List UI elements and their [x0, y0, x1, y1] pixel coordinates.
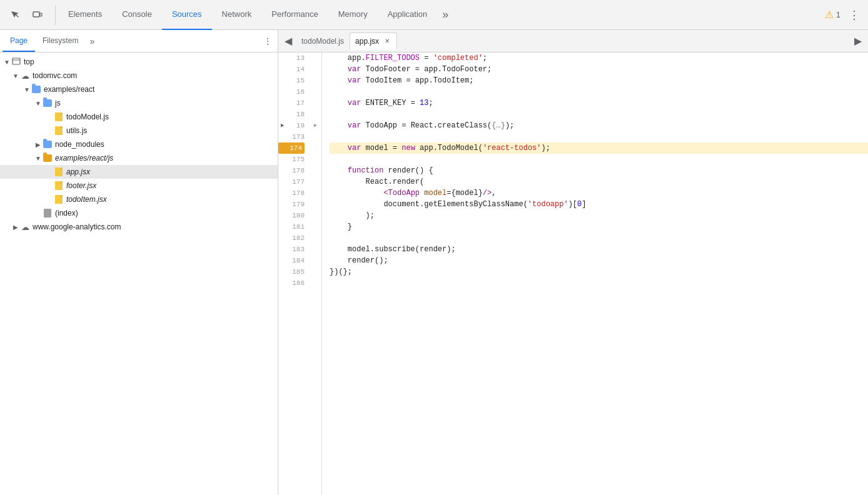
tree-label-app-jsx: app.jsx [66, 168, 90, 176]
code-line-18 [330, 109, 868, 120]
devtools-toolbar: Elements Console Sources Network Perform… [0, 0, 868, 30]
tree-label-footer-jsx: footer.jsx [66, 181, 96, 190]
tree-item-google-analytics[interactable]: ▶ ☁ www.google-analytics.com [0, 220, 278, 234]
inspect-element-button[interactable] [5, 5, 25, 25]
tree-item-index[interactable]: (index) [0, 206, 278, 220]
line-num-17: 17 [278, 98, 305, 109]
file-icon-index [43, 208, 53, 218]
code-content: app.FILTER_TODOS = 'completed'; var Todo… [322, 52, 868, 495]
code-line-16 [330, 86, 868, 98]
warning-badge[interactable]: ⚠ 1 [825, 9, 840, 21]
tree-item-examples-react-js[interactable]: ▼ examples/react/js [0, 151, 278, 165]
line-num-182: 182 [278, 232, 305, 244]
panel-action-button[interactable]: ⋮ [260, 34, 275, 49]
tree-label-index: (index) [55, 209, 78, 218]
tree-item-app-jsx[interactable]: app.jsx [0, 165, 278, 179]
line-num-184: 184 [278, 255, 305, 266]
tab-page[interactable]: Page [3, 30, 35, 52]
code-line-176: function render() { [330, 165, 868, 176]
tree-item-todoitem-jsx[interactable]: todoItem.jsx [0, 192, 278, 206]
editor-tab-app-jsx[interactable]: app.jsx ✕ [350, 32, 397, 50]
code-line-175 [330, 154, 868, 165]
tab-elements[interactable]: Elements [58, 0, 112, 30]
toolbar-right: ⚠ 1 ⋮ [825, 6, 863, 24]
file-icon-footer-jsx [54, 181, 64, 191]
tree-item-node-modules[interactable]: ▶ node_modules [0, 138, 278, 151]
tree-label-google: www.google-analytics.com [33, 222, 121, 231]
tab-network[interactable]: Network [212, 0, 262, 30]
tab-memory[interactable]: Memory [328, 0, 378, 30]
line-num-178: 178 [278, 188, 305, 199]
code-line-173 [330, 131, 868, 142]
tree-arrow-js: ▼ [34, 100, 43, 107]
tree-item-todomvc[interactable]: ▼ ☁ todomvc.com [0, 69, 278, 82]
tree-arrow-examples-react-js: ▼ [34, 155, 43, 162]
line-num-181: 181 [278, 221, 305, 232]
code-line-180: ); [330, 210, 868, 221]
tree-item-todomodel[interactable]: todoModel.js [0, 110, 278, 124]
line-num-173: 173 [278, 131, 305, 142]
line-num-179: 179 [278, 199, 305, 210]
close-tab-button[interactable]: ✕ [383, 37, 391, 46]
tab-console[interactable]: Console [112, 0, 162, 30]
left-panel: Page Filesystem » ⋮ ▼ [0, 30, 278, 495]
folder-icon-examples-react-js [43, 153, 53, 163]
line-num-183: 183 [278, 244, 305, 255]
line-num-174: 174 [278, 142, 305, 154]
panel-tabs: Page Filesystem » ⋮ [0, 30, 278, 52]
more-panel-tabs[interactable]: » [86, 36, 98, 46]
tree-label-utils: utils.js [66, 126, 87, 135]
gutter: ▶ [310, 52, 322, 495]
tree-item-utils[interactable]: utils.js [0, 124, 278, 138]
tree-label-todomvc: todomvc.com [33, 71, 77, 80]
folder-icon-js [43, 98, 53, 108]
tree-item-js[interactable]: ▼ js [0, 96, 278, 110]
line-num-14: 14 [278, 64, 305, 75]
tree-label-todomodel: todoModel.js [66, 112, 109, 121]
svg-rect-2 [13, 58, 20, 64]
tab-application[interactable]: Application [378, 0, 438, 30]
code-line-182 [330, 232, 868, 244]
right-panel: ◀ todoModel.js app.jsx ✕ ▶ 13 14 15 16 1… [278, 30, 868, 495]
tree-label-todoitem-jsx: todoItem.jsx [66, 195, 107, 204]
line-num-177: 177 [278, 176, 305, 188]
toggle-device-button[interactable] [28, 5, 48, 25]
collapse-left-button[interactable]: ◀ [281, 34, 296, 49]
tree-item-top[interactable]: ▼ top [0, 55, 278, 69]
toolbar-icons [5, 5, 56, 25]
tab-sources[interactable]: Sources [162, 0, 212, 30]
line-num-186: 186 [278, 278, 305, 289]
more-options-button[interactable]: ⋮ [845, 6, 863, 24]
folder-icon-examples [31, 84, 41, 94]
line-num-13: 13 [278, 52, 305, 64]
code-line-17: var ENTER_KEY = 13; [330, 98, 868, 109]
svg-rect-0 [33, 12, 39, 17]
code-line-14: var TodoFooter = app.TodoFooter; [330, 64, 868, 75]
code-line-177: React.render( [330, 176, 868, 188]
code-line-186 [330, 278, 868, 289]
editor-tab-todomodel[interactable]: todoModel.js [296, 32, 350, 50]
line-num-16: 16 [278, 86, 305, 98]
frame-icon [11, 57, 21, 67]
file-icon-todoitem-jsx [54, 194, 64, 204]
code-line-181: } [330, 221, 868, 232]
tree-arrow-node-modules: ▶ [34, 141, 43, 148]
collapse-right-button[interactable]: ▶ [850, 34, 865, 49]
line-num-176: 176 [278, 165, 305, 176]
tree-item-examples-react[interactable]: ▼ examples/react [0, 82, 278, 96]
code-line-13: app.FILTER_TODOS = 'completed'; [330, 52, 868, 64]
tree-item-footer-jsx[interactable]: footer.jsx [0, 179, 278, 192]
line-num-18: 18 [278, 109, 305, 120]
code-line-15: var TodoItem = app.TodoItem; [330, 75, 868, 86]
folder-icon-node-modules [43, 139, 53, 149]
tab-filesystem[interactable]: Filesystem [35, 30, 86, 52]
tree-label-examples-react-js: examples/react/js [55, 154, 113, 162]
code-line-184: render(); [330, 255, 868, 266]
code-line-179: document.getElementsByClassName('todoapp… [330, 199, 868, 210]
tree-label-examples: examples/react [44, 85, 94, 94]
line-num-175: 175 [278, 154, 305, 165]
more-tabs-button[interactable]: » [437, 0, 453, 30]
tab-performance[interactable]: Performance [261, 0, 328, 30]
tree-label-top: top [24, 58, 34, 66]
tree-label-js: js [55, 99, 61, 108]
